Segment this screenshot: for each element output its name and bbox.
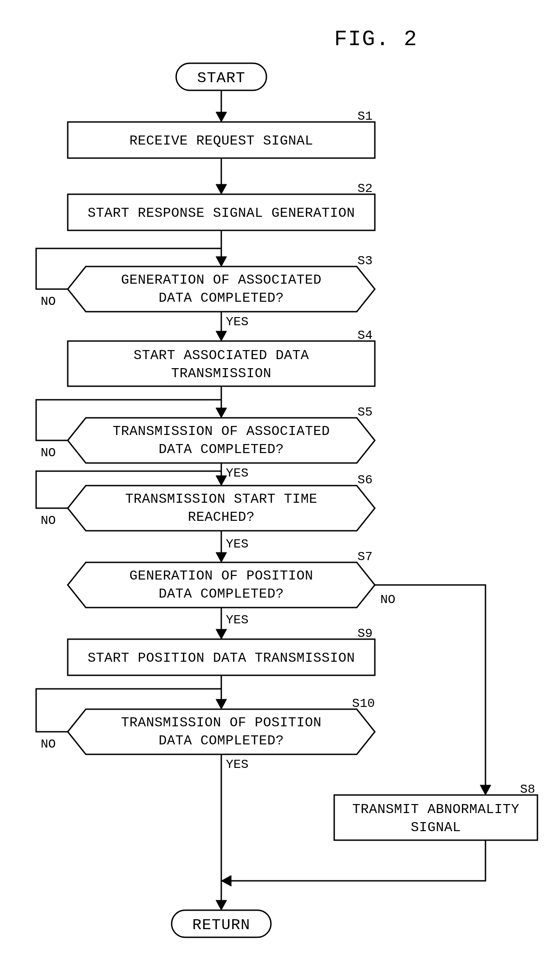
s6-text2: REACHED? (188, 510, 255, 525)
no-label: NO (41, 514, 56, 528)
arrowhead-icon (216, 408, 227, 418)
arrowhead-icon (216, 476, 227, 486)
s8-label: S8 (520, 782, 535, 796)
s5-text2: DATA COMPLETED? (159, 442, 284, 457)
node-return: RETURN (172, 910, 271, 937)
node-start: START (176, 63, 266, 90)
s3-label: S3 (357, 254, 373, 268)
s1-text: RECEIVE REQUEST SIGNAL (129, 133, 313, 149)
arrowhead-icon (221, 875, 231, 886)
yes-label: YES (226, 758, 248, 772)
s5-label: S5 (357, 405, 373, 419)
s10-label: S10 (352, 697, 375, 711)
no-label: NO (41, 295, 56, 309)
s6-label: S6 (357, 473, 373, 487)
figure-title: FIG. 2 (334, 27, 418, 51)
s7-text1: GENERATION OF POSITION (129, 568, 313, 584)
s5-text1: TRANSMISSION OF ASSOCIATED (112, 424, 330, 439)
yes-label: YES (226, 315, 248, 329)
s4-label: S4 (357, 328, 373, 342)
s6-text1: TRANSMISSION START TIME (125, 491, 317, 507)
s8-text2: SIGNAL (411, 820, 461, 835)
s7-label: S7 (357, 550, 373, 564)
s10-text2: DATA COMPLETED? (159, 733, 284, 748)
arrowhead-icon (216, 184, 227, 194)
start-text: START (197, 70, 245, 87)
s4-text1: START ASSOCIATED DATA (134, 348, 309, 363)
node-s8: TRANSMIT ABNORMALITY SIGNAL S8 (334, 782, 537, 840)
arrowhead-icon (216, 331, 227, 341)
s7-text2: DATA COMPLETED? (159, 586, 284, 602)
arrowhead-icon (216, 699, 227, 709)
s3-text1: GENERATION OF ASSOCIATED (121, 272, 322, 288)
s2-text: START RESPONSE SIGNAL GENERATION (88, 206, 355, 221)
arrowhead-icon (480, 785, 491, 795)
edge-right (375, 585, 485, 788)
s3-text2: DATA COMPLETED? (159, 290, 284, 306)
edge-merge (221, 840, 485, 881)
s1-label: S1 (357, 109, 373, 123)
arrowhead-icon (216, 112, 227, 122)
arrowhead-icon (216, 257, 227, 267)
no-label: NO (380, 593, 396, 607)
yes-label: YES (226, 537, 248, 551)
arrowhead-icon (216, 900, 227, 910)
arrowhead-icon (216, 629, 227, 639)
no-label: NO (41, 446, 56, 460)
return-text: RETURN (192, 917, 250, 934)
yes-label: YES (226, 466, 248, 480)
s2-label: S2 (357, 182, 373, 196)
flowchart: FIG. 2 START RECEIVE REQUEST SIGNAL S1 S… (0, 0, 560, 954)
arrowhead-icon (216, 552, 227, 562)
s10-text1: TRANSMISSION OF POSITION (121, 715, 322, 730)
yes-label: YES (226, 613, 248, 627)
no-label: NO (41, 737, 56, 751)
s9-text: START POSITION DATA TRANSMISSION (88, 650, 355, 666)
s8-text1: TRANSMIT ABNORMALITY (352, 802, 519, 817)
s9-label: S9 (357, 627, 373, 641)
s4-text2: TRANSMISSION (171, 366, 271, 381)
